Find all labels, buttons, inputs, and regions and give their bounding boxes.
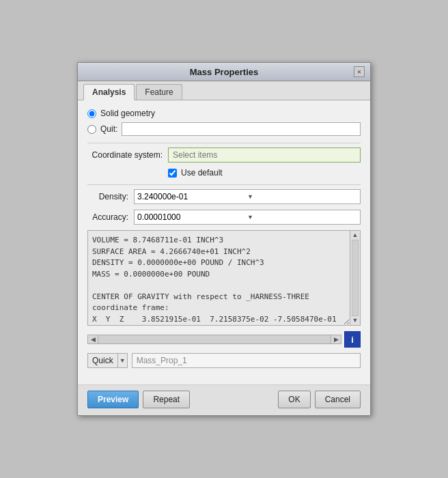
radio-quit-label: Quit: [100, 124, 117, 134]
separator-1 [87, 143, 361, 143]
accuracy-arrow-icon: ▼ [247, 214, 357, 221]
density-arrow-icon: ▼ [247, 193, 357, 200]
density-value: 3.240000e-01 [137, 192, 247, 201]
radio-solid[interactable] [87, 109, 96, 118]
coord-system-row: Coordinate system: [87, 147, 361, 163]
scroll-down-icon[interactable]: ▼ [352, 318, 359, 324]
hscroll-row: ◀ ▶ i [87, 331, 361, 348]
accuracy-dropdown[interactable]: 0.00001000 ▼ [134, 210, 361, 225]
repeat-button[interactable]: Repeat [143, 391, 190, 408]
tab-analysis[interactable]: Analysis [83, 84, 135, 100]
radio-group: Solid geometry Quit: [87, 109, 361, 136]
quick-arrow-icon[interactable]: ▼ [117, 354, 127, 367]
scroll-track [352, 240, 359, 316]
quit-text-input[interactable] [122, 122, 361, 136]
coord-system-label: Coordinate system: [87, 150, 163, 160]
scroll-up-icon[interactable]: ▲ [352, 232, 359, 238]
coord-system-input[interactable] [168, 147, 361, 163]
radio-solid-label: Solid geometry [100, 109, 155, 118]
radio-quit[interactable] [87, 125, 96, 134]
density-row: Density: 3.240000e-01 ▼ [87, 189, 361, 204]
radio-quit-row: Quit: [87, 122, 361, 136]
radio-solid-row: Solid geometry [87, 109, 361, 118]
output-textarea[interactable] [87, 230, 350, 326]
ok-button[interactable]: OK [278, 391, 310, 408]
button-row: Preview Repeat OK Cancel [78, 384, 370, 415]
hscroll-left-button[interactable]: ◀ [87, 335, 98, 344]
use-default-checkbox[interactable] [168, 169, 177, 178]
info-button[interactable]: i [344, 331, 361, 348]
quick-dropdown[interactable]: Quick ▼ [87, 353, 128, 368]
preview-button[interactable]: Preview [87, 391, 139, 408]
hscroll-right-button[interactable]: ▶ [331, 335, 341, 344]
tab-bar: Analysis Feature [78, 81, 370, 100]
density-label: Density: [87, 192, 128, 201]
analysis-content: Solid geometry Quit: Coordinate system: … [78, 100, 370, 384]
accuracy-value: 0.00001000 [137, 212, 247, 222]
name-row: Quick ▼ [87, 353, 361, 368]
tab-feature[interactable]: Feature [136, 84, 182, 100]
mass-prop-name-input[interactable] [132, 353, 361, 368]
dialog: Mass Properties × Analysis Feature Solid… [77, 62, 371, 416]
use-default-label: Use default [181, 168, 223, 178]
density-dropdown[interactable]: 3.240000e-01 ▼ [134, 189, 361, 204]
use-default-row: Use default [168, 168, 361, 178]
output-area: ▲ ▼ [87, 230, 361, 326]
title-bar: Mass Properties × [78, 63, 370, 81]
dialog-title: Mass Properties [94, 67, 354, 77]
quick-label: Quick [88, 356, 117, 365]
accuracy-label: Accuracy: [87, 212, 128, 222]
cancel-button[interactable]: Cancel [315, 391, 361, 408]
hscroll-track [98, 335, 331, 344]
close-button[interactable]: × [354, 66, 365, 77]
vertical-scrollbar[interactable]: ▲ ▼ [350, 230, 361, 326]
accuracy-row: Accuracy: 0.00001000 ▼ [87, 210, 361, 225]
separator-2 [87, 184, 361, 185]
